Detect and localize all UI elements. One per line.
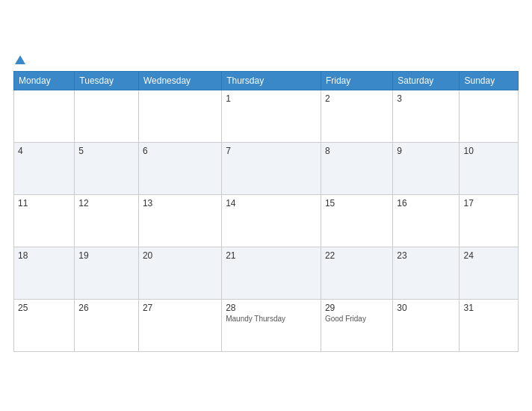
calendar-cell: 30 — [393, 299, 460, 351]
calendar-cell: 7 — [222, 142, 321, 194]
day-number: 20 — [143, 250, 217, 261]
day-number: 1 — [226, 93, 317, 104]
day-number: 31 — [463, 303, 514, 313]
calendar-week-row: 18192021222324 — [14, 247, 519, 299]
calendar-cell — [14, 90, 75, 142]
day-number: 5 — [78, 146, 134, 156]
calendar-cell: 29Good Friday — [321, 299, 392, 351]
calendar-cell: 8 — [321, 142, 392, 194]
calendar-cell: 24 — [460, 247, 519, 299]
calendar-cell: 17 — [460, 194, 519, 247]
calendar-cell: 1 — [222, 90, 321, 142]
calendar-cell: 6 — [138, 142, 221, 194]
calendar-cell: 18 — [14, 247, 75, 299]
day-number: 29 — [325, 303, 389, 313]
calendar-cell: 14 — [222, 194, 321, 247]
calendar-cell: 15 — [321, 194, 392, 247]
day-number: 9 — [397, 146, 455, 156]
day-number: 24 — [463, 250, 514, 261]
calendar-cell: 27 — [138, 299, 221, 351]
calendar-cell: 23 — [393, 247, 460, 299]
calendar-cell: 5 — [75, 142, 139, 194]
calendar-cell: 22 — [321, 247, 392, 299]
calendar-cell: 21 — [222, 247, 321, 299]
day-number: 19 — [78, 250, 134, 261]
calendar-cell: 28Maundy Thursday — [222, 299, 321, 351]
weekday-header-thursday: Thursday — [222, 71, 321, 90]
day-number: 26 — [78, 303, 134, 313]
day-number: 28 — [226, 303, 317, 313]
day-number: 8 — [325, 146, 389, 156]
weekday-header-saturday: Saturday — [393, 71, 460, 90]
weekday-header-sunday: Sunday — [460, 71, 519, 90]
calendar-week-row: 123 — [14, 90, 519, 142]
day-number: 6 — [143, 146, 217, 156]
calendar-container: MondayTuesdayWednesdayThursdayFridaySatu… — [4, 48, 528, 364]
calendar-cell: 12 — [75, 194, 139, 247]
calendar-cell: 11 — [14, 194, 75, 247]
day-number: 11 — [18, 198, 70, 208]
calendar-table: MondayTuesdayWednesdayThursdayFridaySatu… — [13, 71, 519, 352]
calendar-cell: 4 — [14, 142, 75, 194]
calendar-cell — [138, 90, 221, 142]
day-number: 16 — [397, 198, 455, 208]
weekday-header-row: MondayTuesdayWednesdayThursdayFridaySatu… — [14, 71, 519, 90]
calendar-cell: 13 — [138, 194, 221, 247]
day-number: 2 — [325, 93, 389, 104]
calendar-cell: 25 — [14, 299, 75, 351]
day-number: 15 — [325, 198, 389, 208]
day-number: 22 — [325, 250, 389, 261]
weekday-header-friday: Friday — [321, 71, 392, 90]
calendar-cell: 19 — [75, 247, 139, 299]
calendar-cell: 20 — [138, 247, 221, 299]
holiday-label: Maundy Thursday — [226, 315, 317, 323]
calendar-week-row: 11121314151617 — [14, 194, 519, 247]
logo — [13, 55, 25, 65]
calendar-cell: 26 — [75, 299, 139, 351]
calendar-cell — [75, 90, 139, 142]
calendar-cell: 9 — [393, 142, 460, 194]
weekday-header-wednesday: Wednesday — [138, 71, 221, 90]
calendar-cell: 10 — [460, 142, 519, 194]
day-number: 10 — [463, 146, 514, 156]
day-number: 14 — [226, 198, 317, 208]
day-number: 13 — [143, 198, 217, 208]
day-number: 23 — [397, 250, 455, 261]
weekday-header-monday: Monday — [14, 71, 75, 90]
day-number: 4 — [18, 146, 70, 156]
day-number: 17 — [463, 198, 514, 208]
day-number: 3 — [397, 93, 455, 104]
calendar-cell: 2 — [321, 90, 392, 142]
day-number: 30 — [397, 303, 455, 313]
calendar-cell: 31 — [460, 299, 519, 351]
calendar-cell: 3 — [393, 90, 460, 142]
day-number: 25 — [18, 303, 70, 313]
day-number: 7 — [226, 146, 317, 156]
logo-triangle-icon — [15, 55, 25, 64]
day-number: 27 — [143, 303, 217, 313]
day-number: 21 — [226, 250, 317, 261]
day-number: 12 — [78, 198, 134, 208]
calendar-header — [13, 55, 519, 65]
weekday-header-tuesday: Tuesday — [75, 71, 139, 90]
holiday-label: Good Friday — [325, 315, 389, 323]
day-number: 18 — [18, 250, 70, 261]
calendar-week-row: 45678910 — [14, 142, 519, 194]
calendar-cell: 16 — [393, 194, 460, 247]
calendar-cell — [460, 90, 519, 142]
calendar-week-row: 25262728Maundy Thursday29Good Friday3031 — [14, 299, 519, 351]
